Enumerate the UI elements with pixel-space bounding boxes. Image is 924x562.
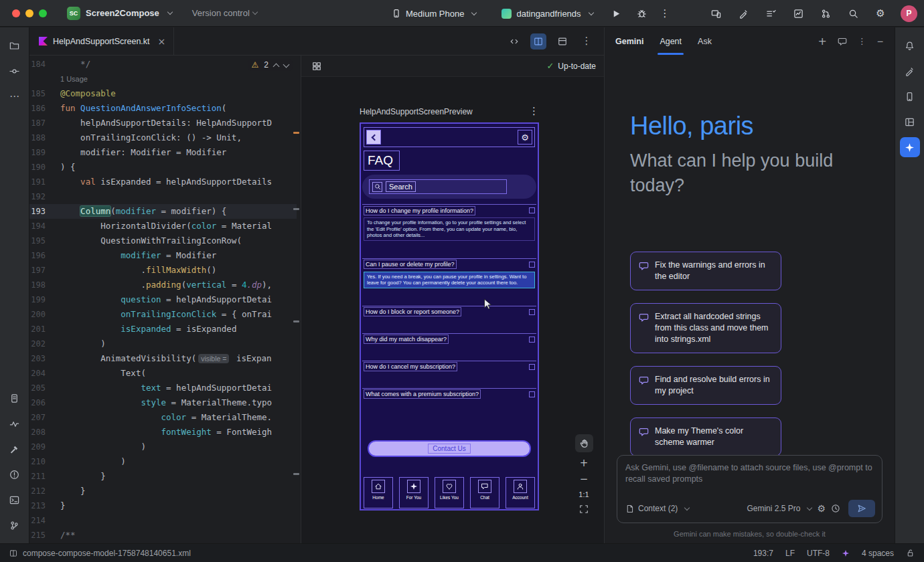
build-icon[interactable] (5, 439, 25, 459)
split-view-icon[interactable] (530, 33, 546, 50)
code-line: 190) { (29, 160, 297, 175)
code-view-icon[interactable] (506, 33, 522, 50)
preview-toolbar: ✓ Up-to-date (301, 56, 604, 77)
more-actions-icon[interactable]: ⋮ (660, 9, 670, 19)
send-button[interactable] (848, 500, 875, 517)
hide-panel-icon[interactable]: − (877, 37, 884, 46)
device-mirroring-icon[interactable] (708, 6, 723, 21)
status-bar: compose-compose-model-1758748140651.xml … (0, 543, 924, 562)
expand-icon (529, 391, 535, 397)
avatar[interactable]: P (901, 5, 917, 22)
pan-tool-button[interactable] (575, 434, 593, 452)
settings-icon[interactable]: ⚙ (873, 6, 888, 21)
history-icon[interactable] (831, 504, 840, 513)
code-line: 197 .fillMaxWidth() (29, 263, 297, 278)
zoom-out-button[interactable]: − (580, 474, 589, 484)
version-control-icon[interactable] (5, 515, 25, 535)
caret-position[interactable]: 193:7 (753, 549, 773, 558)
check-icon: ✓ (546, 62, 554, 70)
tab-agent[interactable]: Agent (660, 37, 682, 46)
problems-icon[interactable] (5, 464, 25, 484)
gemini-prompt-input[interactable] (625, 462, 874, 490)
run-configuration-selector[interactable]: datingandfriends (502, 9, 593, 19)
mouse-cursor (482, 298, 493, 309)
task-list-icon[interactable] (763, 6, 778, 21)
line-ending[interactable]: LF (785, 549, 795, 558)
commit-icon[interactable] (5, 61, 25, 81)
device-manager-icon[interactable] (900, 86, 920, 106)
run-toolbar: Medium Phone datingandfriends ⋮ (392, 0, 670, 27)
assistant-icon[interactable] (900, 61, 920, 81)
previous-problem-icon[interactable] (273, 63, 280, 70)
conversations-icon[interactable] (838, 37, 847, 46)
tab-ask[interactable]: Ask (698, 37, 712, 46)
line-number: 197 (29, 263, 60, 278)
pull-requests-icon[interactable] (818, 6, 833, 21)
unlock-icon[interactable] (906, 549, 915, 557)
more-options-icon[interactable]: ⋮ (858, 37, 866, 46)
gemini-settings-icon[interactable]: ⚙ (817, 504, 826, 513)
suggestion-text: Extract all hardcoded strings from this … (655, 311, 773, 345)
preview-gallery-icon[interactable] (309, 59, 324, 74)
profiler-icon[interactable] (791, 6, 805, 21)
gemini-icon[interactable] (900, 137, 920, 157)
model-selector[interactable]: Gemini 2.5 Pro (747, 504, 812, 513)
usage-hint[interactable]: 1 Usage (60, 75, 88, 83)
heart-icon (443, 480, 456, 493)
preview-search-bar: Search (362, 175, 536, 199)
close-window-button[interactable] (12, 9, 20, 17)
faq-question: Why did my match disappear? (362, 334, 536, 345)
suggestion-text: Fix the warnings and errors in the edito… (655, 260, 773, 282)
layout-inspector-icon[interactable] (900, 112, 920, 132)
project-selector[interactable]: SC Screen2Compose (67, 7, 172, 20)
more-options-icon[interactable]: ⋮ (579, 33, 595, 50)
search-icon[interactable] (846, 6, 860, 21)
ai-actions-icon[interactable] (736, 6, 751, 21)
traffic-lights (12, 9, 47, 17)
suggestion-text: Find and resolve build errors in my proj… (655, 374, 773, 397)
fullscreen-window-button[interactable] (39, 9, 47, 17)
notifications-icon[interactable] (900, 35, 920, 56)
new-chat-icon[interactable]: + (818, 36, 827, 47)
device-selector[interactable]: Medium Phone (392, 9, 476, 19)
vcs-label: Version control (192, 8, 250, 18)
code-editor[interactable]: 184 */1 Usage185@Composable186fun Questi… (29, 56, 301, 543)
next-problem-icon[interactable] (283, 61, 290, 68)
warning-icon: ⚠ (252, 61, 259, 69)
editor-tab[interactable]: HelpAndSupportScreen.kt × (29, 27, 174, 55)
debug-button[interactable] (635, 6, 649, 21)
indent-setting[interactable]: 4 spaces (862, 549, 894, 558)
gemini-suggestion-card[interactable]: Fix the warnings and errors in the edito… (630, 252, 781, 290)
line-number: 188 (29, 130, 60, 145)
logcat-icon[interactable] (5, 388, 25, 408)
gemini-suggestion-card[interactable]: Find and resolve build errors in my proj… (630, 366, 781, 405)
gemini-status-icon[interactable] (842, 549, 850, 557)
context-icon (625, 504, 634, 513)
status-file-name[interactable]: compose-compose-model-1758748140651.xml (23, 549, 191, 558)
terminal-icon[interactable] (5, 490, 25, 510)
code-line: 205 text = helpAndSupportDetai (29, 381, 297, 395)
code-line: 214 (29, 513, 297, 528)
gemini-suggestion-card[interactable]: Extract all hardcoded strings from this … (630, 303, 781, 353)
app-insights-icon[interactable] (5, 413, 25, 434)
zoom-actual-size-button[interactable]: 1:1 (579, 490, 589, 498)
design-view-icon[interactable] (554, 33, 570, 50)
file-encoding[interactable]: UTF-8 (807, 549, 830, 558)
chevron-left-icon (372, 134, 378, 140)
preview-more-icon[interactable]: ⋮ (529, 106, 539, 116)
inspection-widget[interactable]: ⚠ 2 (248, 59, 293, 71)
zoom-in-button[interactable]: + (580, 458, 589, 468)
minimize-window-button[interactable] (25, 9, 33, 17)
zoom-to-fit-button[interactable] (579, 504, 589, 514)
context-selector[interactable]: Context (2) (625, 504, 689, 513)
close-tab-icon[interactable]: × (158, 37, 166, 46)
project-folder-icon[interactable] (5, 35, 25, 56)
run-button[interactable] (609, 6, 624, 21)
code-line: 211 } (29, 469, 297, 484)
gemini-suggestion-card[interactable]: Make my Theme's color scheme warmer (630, 417, 781, 456)
vcs-selector[interactable]: Version control (192, 8, 257, 18)
more-tool-windows-icon[interactable]: ⋯ (5, 86, 25, 106)
preview-canvas[interactable]: HelpAndSupportScreenPreview ⋮ ⚙ FAQ (301, 77, 604, 543)
line-number: 193 (29, 204, 60, 219)
gemini-title: Gemini (615, 37, 643, 46)
